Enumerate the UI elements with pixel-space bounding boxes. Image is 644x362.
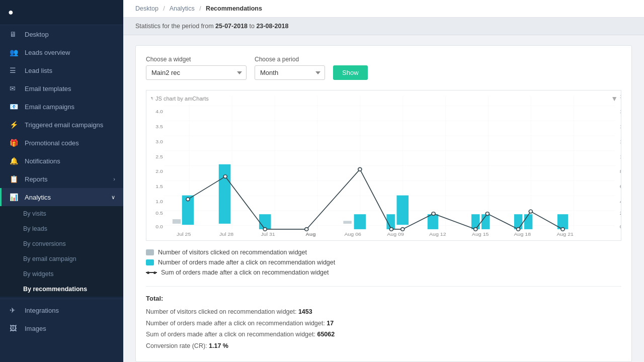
legend-visitors: Number of visitors clicked on recommenda… (146, 249, 621, 256)
show-button[interactable]: Show (333, 65, 368, 80)
sidebar-sub-by-widgets[interactable]: By widgets (0, 266, 123, 282)
svg-point-46 (223, 175, 227, 178)
svg-text:18,000: 18,000 (620, 94, 621, 100)
widget-panel: Choose a widget Main2 recWidget 1Widget … (135, 45, 632, 362)
sidebar-sub-by-leads[interactable]: By leads (0, 221, 123, 236)
widget-control-group: Choose a widget Main2 recWidget 1Widget … (146, 56, 247, 80)
svg-rect-35 (259, 214, 271, 229)
stats-bar: Statistics for the period from 25-07-201… (123, 18, 644, 35)
total-row-orders: Number of orders made after a click on r… (146, 318, 621, 329)
total-row-cr: Conversion rate (CR): 1.17 % (146, 340, 621, 352)
svg-rect-43 (524, 214, 533, 229)
svg-rect-0 (164, 96, 615, 229)
sidebar-item-email-templates[interactable]: ✉ Email templates (0, 79, 123, 98)
analytics-arrow-icon: ∨ (111, 194, 115, 201)
sidebar: ● 🖥 Desktop 👥 Leads overview ☰ Lead list… (0, 0, 123, 362)
total-cr-value: 1.17 % (209, 342, 228, 349)
svg-text:2.5: 2.5 (155, 154, 163, 159)
sidebar-item-reports[interactable]: 📋 Reports › (0, 170, 123, 188)
svg-point-51 (401, 228, 405, 231)
total-sum-value: 65062 (317, 331, 335, 338)
svg-rect-42 (514, 214, 523, 229)
svg-rect-40 (471, 214, 480, 229)
sidebar-item-integrations[interactable]: ✈ Integrations (0, 301, 123, 319)
stats-from-date: 25-07-2018 (215, 23, 248, 30)
sidebar-logo: ● (0, 0, 123, 25)
content-area: Choose a widget Main2 recWidget 1Widget … (123, 35, 644, 362)
page-header: Desktop / Analytics / Recommendations (123, 0, 644, 18)
legend-sum-label: Sum of orders made after a click on reco… (161, 269, 329, 276)
email-campaigns-icon: 📧 (10, 103, 20, 111)
svg-point-54 (486, 212, 489, 216)
analytics-icon: 📊 (10, 193, 20, 201)
chart-wrapper: ▼ JS chart by amCharts ▼ 4.5 4.0 3.5 3 (146, 90, 621, 241)
total-row-visitors: Number of visitors clicked on recommenda… (146, 306, 621, 318)
legend-orders-label: Number of orders made after a click on r… (158, 259, 335, 266)
widget-select[interactable]: Main2 recWidget 1Widget 2 (146, 65, 247, 80)
breadcrumb-analytics[interactable]: Analytics (170, 5, 195, 12)
svg-text:8,000: 8,000 (620, 169, 621, 174)
svg-text:Jul 25: Jul 25 (177, 231, 191, 237)
stats-to-date: 23-08-2018 (256, 23, 288, 30)
triggered-email-icon: ⚡ (10, 121, 20, 129)
svg-point-50 (389, 228, 393, 231)
period-control-group: Choose a period MonthWeekDay (255, 56, 325, 80)
lead-lists-icon: ☰ (10, 66, 20, 74)
widget-label: Choose a widget (146, 56, 247, 63)
reports-arrow-icon: › (113, 176, 115, 182)
breadcrumb: Desktop / Analytics / Recommendations (135, 5, 632, 12)
svg-text:1.0: 1.0 (155, 199, 163, 204)
controls-row: Choose a widget Main2 recWidget 1Widget … (146, 56, 621, 80)
sidebar-item-analytics[interactable]: 📊 Analytics ∨ (0, 188, 123, 206)
svg-point-49 (358, 167, 362, 171)
sidebar-item-promotional-codes[interactable]: 🎁 Promotional codes (0, 134, 123, 152)
svg-text:Aug 18: Aug 18 (514, 231, 531, 237)
chart-legend: Number of visitors clicked on recommenda… (146, 249, 621, 276)
svg-rect-31 (173, 219, 181, 224)
sidebar-item-triggered-email-campaigns[interactable]: ⚡ Triggered email campaigns (0, 116, 123, 134)
svg-point-48 (305, 228, 308, 231)
total-row-sum: Sum of orders made after a click on reco… (146, 329, 621, 340)
chart-svg: 4.5 4.0 3.5 3.0 2.5 2.0 1.5 1.0 0.5 0.0 … (146, 90, 621, 240)
breadcrumb-sep2: / (199, 5, 201, 12)
sidebar-item-images[interactable]: 🖼 Images (0, 319, 123, 337)
total-orders-value: 17 (327, 320, 334, 327)
chart-pin-right-icon: ▼ (611, 95, 618, 103)
svg-point-45 (186, 198, 190, 201)
svg-text:0.0: 0.0 (155, 224, 163, 229)
svg-text:Jul 28: Jul 28 (219, 231, 234, 237)
svg-rect-32 (343, 221, 352, 224)
breadcrumb-desktop[interactable]: Desktop (135, 5, 158, 12)
svg-text:2,000: 2,000 (620, 211, 621, 216)
breadcrumb-sep1: / (163, 5, 165, 12)
sidebar-item-lead-lists[interactable]: ☰ Lead lists (0, 61, 123, 79)
leads-overview-icon: 👥 (10, 48, 20, 56)
sidebar-item-email-campaigns[interactable]: 📧 Email campaigns (0, 98, 123, 116)
chart-tooltip: JS chart by amCharts (152, 95, 212, 103)
svg-point-47 (263, 228, 267, 231)
svg-text:Aug 12: Aug 12 (429, 231, 446, 237)
svg-text:Aug 15: Aug 15 (472, 231, 489, 237)
svg-text:0: 0 (620, 224, 621, 229)
total-title: Total: (146, 295, 621, 302)
sidebar-sub-by-email-campaign[interactable]: By email campaign (0, 251, 123, 266)
svg-text:6,000: 6,000 (620, 184, 621, 190)
desktop-icon: 🖥 (10, 30, 20, 38)
svg-text:16,000: 16,000 (620, 109, 621, 115)
svg-rect-34 (219, 164, 231, 224)
svg-text:4.0: 4.0 (155, 109, 163, 115)
sidebar-item-notifications[interactable]: 🔔 Notifications (0, 152, 123, 170)
period-select[interactable]: MonthWeekDay (255, 65, 325, 80)
svg-text:3.0: 3.0 (155, 139, 163, 144)
sidebar-sub-by-recommendations[interactable]: By recommendations (0, 282, 123, 297)
sidebar-sub-by-conversions[interactable]: By conversions (0, 236, 123, 251)
legend-orders: Number of orders made after a click on r… (146, 259, 621, 266)
sidebar-item-desktop[interactable]: 🖥 Desktop (0, 25, 123, 43)
legend-visitors-box (146, 249, 154, 255)
svg-point-57 (561, 228, 565, 231)
svg-text:Aug 21: Aug 21 (556, 231, 574, 237)
svg-rect-39 (428, 214, 438, 229)
svg-point-55 (517, 228, 520, 231)
sidebar-item-leads-overview[interactable]: 👥 Leads overview (0, 43, 123, 61)
sidebar-sub-by-visits[interactable]: By visits (0, 206, 123, 221)
